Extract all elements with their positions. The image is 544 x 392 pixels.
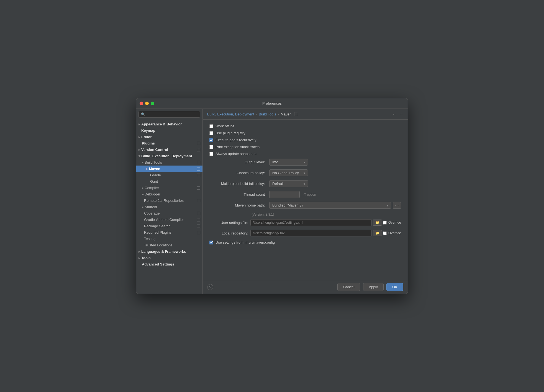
apply-button[interactable]: Apply bbox=[363, 283, 384, 291]
print-exception-checkbox[interactable] bbox=[209, 145, 213, 149]
sidebar-item-package-search[interactable]: Package Search bbox=[136, 223, 202, 229]
sidebar-item-trusted-locations[interactable]: Trusted Locations bbox=[136, 242, 202, 248]
search-box[interactable]: 🔍 bbox=[138, 111, 200, 118]
sidebar-item-gant[interactable]: Gant bbox=[136, 178, 202, 185]
expand-arrow: ▶ bbox=[142, 193, 144, 196]
checkbox-work-offline: Work offline bbox=[209, 124, 401, 128]
help-button[interactable]: ? bbox=[207, 284, 213, 290]
expand-arrow-expanded: ▶ bbox=[138, 155, 141, 157]
breadcrumb-build-tools[interactable]: Build Tools bbox=[259, 112, 276, 116]
sidebar-item-gradle-android[interactable]: Gradle-Android Compiler bbox=[136, 216, 202, 223]
sidebar-item-label: Advanced Settings bbox=[142, 262, 200, 266]
compiler-settings-icon bbox=[197, 186, 200, 190]
cancel-button[interactable]: Cancel bbox=[337, 283, 360, 291]
work-offline-checkbox[interactable] bbox=[209, 124, 213, 128]
user-settings-row: User settings file: 📁 Override bbox=[209, 219, 401, 226]
sidebar-item-label: Debugger bbox=[145, 192, 200, 196]
sidebar-item-appearance[interactable]: ▶ Appearance & Behavior bbox=[136, 121, 202, 127]
maven-version-text: (Version: 3.8.1) bbox=[252, 213, 401, 216]
use-settings-row: Use settings from .mvn/maven.config bbox=[209, 240, 401, 244]
maximize-button[interactable] bbox=[151, 102, 154, 105]
package-search-icon bbox=[197, 225, 200, 228]
nav-back-icon[interactable]: ← bbox=[392, 112, 397, 117]
checksum-policy-row: Checksum policy: No Global Policy Fail W… bbox=[209, 169, 401, 176]
breadcrumb-build-exec[interactable]: Build, Execution, Deployment bbox=[207, 112, 254, 116]
local-repo-browse-button[interactable]: 📁 bbox=[373, 230, 382, 236]
output-level-select-wrapper: Debug Info Warning Error ▼ bbox=[269, 159, 308, 166]
maven-home-control: Bundled (Maven 3) Maven wrapper ▼ ··· bbox=[269, 202, 401, 209]
output-level-select[interactable]: Debug Info Warning Error bbox=[269, 159, 308, 166]
preferences-window: Preferences 🔍 ▶ Appearance & Behavior ▶ … bbox=[136, 98, 408, 294]
sidebar-item-coverage[interactable]: Coverage bbox=[136, 210, 202, 216]
execute-goals-label: Execute goals recursively bbox=[215, 138, 256, 142]
sidebar-item-label: Gant bbox=[150, 179, 200, 184]
checkbox-execute-goals: Execute goals recursively bbox=[209, 138, 401, 142]
sidebar-item-plugins[interactable]: Plugins bbox=[136, 140, 202, 146]
sidebar-item-label: Gradle bbox=[150, 173, 197, 177]
sidebar-item-label: Build Tools bbox=[145, 160, 197, 164]
nav-forward-icon[interactable]: → bbox=[399, 112, 403, 117]
sidebar-item-label: Gradle-Android Compiler bbox=[144, 218, 197, 222]
sidebar-item-label: Appearance & Behavior bbox=[141, 122, 200, 126]
breadcrumb-sep2: › bbox=[278, 112, 279, 116]
sidebar-item-keymap[interactable]: ▶ Keymap bbox=[136, 127, 202, 134]
sidebar-item-build-exec[interactable]: ▶ Build, Execution, Deployment bbox=[136, 153, 202, 159]
sidebar-item-advanced-settings[interactable]: Advanced Settings bbox=[136, 261, 202, 267]
thread-count-input[interactable] bbox=[269, 191, 300, 198]
sidebar-item-tools[interactable]: ▶ Tools bbox=[136, 255, 202, 261]
sidebar-item-debugger[interactable]: ▶ Debugger bbox=[136, 191, 202, 197]
user-settings-input[interactable] bbox=[250, 219, 372, 226]
sidebar-item-label: Editor bbox=[141, 135, 200, 139]
sidebar-item-label: Build, Execution, Deployment bbox=[141, 154, 200, 158]
sidebar-item-remote-jar[interactable]: Remote Jar Repositories bbox=[136, 197, 202, 204]
sidebar-item-testing[interactable]: Testing bbox=[136, 236, 202, 242]
always-update-label: Always update snapshots bbox=[215, 152, 256, 156]
local-repo-override-checkbox[interactable] bbox=[383, 231, 387, 235]
traffic-lights bbox=[140, 102, 154, 105]
sidebar-item-android[interactable]: ▶ Android bbox=[136, 204, 202, 210]
always-update-checkbox[interactable] bbox=[209, 152, 213, 156]
sidebar-item-build-tools[interactable]: ▶ Build Tools bbox=[136, 159, 202, 166]
expand-arrow: ▶ bbox=[138, 136, 140, 138]
coverage-icon bbox=[197, 212, 200, 215]
sidebar-item-maven[interactable]: ▶ Maven bbox=[136, 166, 202, 172]
expand-arrow: ▶ bbox=[138, 250, 140, 253]
sidebar-item-label: Compiler bbox=[145, 186, 197, 190]
print-exception-label: Print exception stack traces bbox=[215, 145, 260, 149]
maven-home-select[interactable]: Bundled (Maven 3) Maven wrapper bbox=[269, 202, 391, 209]
use-settings-checkbox[interactable] bbox=[209, 241, 213, 244]
sidebar-item-required-plugins[interactable]: Required Plugins bbox=[136, 229, 202, 236]
close-button[interactable] bbox=[140, 102, 143, 105]
sidebar-item-version-control[interactable]: ▶ Version Control bbox=[136, 146, 202, 153]
sidebar-item-label: Required Plugins bbox=[144, 230, 197, 234]
override-settings-label: Override bbox=[388, 221, 401, 225]
sidebar-item-label: Maven bbox=[149, 167, 197, 171]
checksum-policy-select[interactable]: No Global Policy Fail Warn Ignore bbox=[269, 169, 308, 176]
sidebar-item-gradle[interactable]: Gradle bbox=[136, 172, 202, 178]
sidebar-item-label: Testing bbox=[144, 237, 200, 241]
use-plugin-checkbox[interactable] bbox=[209, 131, 213, 135]
sidebar-item-languages[interactable]: ▶ Languages & Frameworks bbox=[136, 248, 202, 255]
breadcrumb-settings-icon[interactable] bbox=[294, 112, 298, 116]
checkbox-print-exception: Print exception stack traces bbox=[209, 145, 401, 149]
maven-home-browse-button[interactable]: ··· bbox=[393, 202, 401, 209]
minimize-button[interactable] bbox=[145, 102, 149, 105]
expand-arrow-expanded: ▶ bbox=[142, 161, 144, 163]
user-settings-override-checkbox[interactable] bbox=[383, 221, 387, 225]
multiproject-row: Multiproject build fail policy: Default … bbox=[209, 180, 401, 187]
sidebar-item-editor[interactable]: ▶ Editor bbox=[136, 134, 202, 140]
execute-goals-checkbox[interactable] bbox=[209, 138, 213, 142]
sidebar-item-label: Remote Jar Repositories bbox=[144, 198, 197, 203]
maven-home-row: Maven home path: Bundled (Maven 3) Maven… bbox=[209, 202, 401, 209]
ok-button[interactable]: OK bbox=[386, 283, 403, 291]
gradle-settings-icon bbox=[197, 174, 200, 177]
footer-buttons: Cancel Apply OK bbox=[337, 283, 403, 291]
user-settings-label: User settings file: bbox=[209, 221, 248, 225]
multiproject-select[interactable]: Default Fail At End Fail Fast Never Fail bbox=[269, 180, 308, 187]
sidebar-item-compiler[interactable]: ▶ Compiler bbox=[136, 185, 202, 191]
content-panel: Build, Execution, Deployment › Build Too… bbox=[203, 109, 408, 294]
local-repo-input[interactable] bbox=[250, 230, 372, 236]
footer: ? Cancel Apply OK bbox=[203, 280, 408, 294]
user-settings-browse-button[interactable]: 📁 bbox=[373, 220, 382, 226]
search-input[interactable] bbox=[147, 112, 198, 116]
